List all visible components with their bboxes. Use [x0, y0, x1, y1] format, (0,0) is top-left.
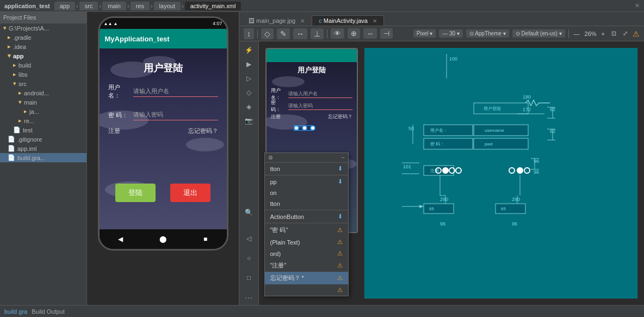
menu-close-icon[interactable]: −	[342, 155, 345, 161]
zoom-fit-btn[interactable]: ⊡	[610, 30, 618, 37]
search-tool[interactable]: 🔍	[242, 206, 257, 219]
svg-text:65: 65	[429, 206, 434, 211]
tab-mainactivity-java[interactable]: c MainActivity.java ✕	[312, 15, 384, 26]
svg-text:密  码：: 密 码：	[430, 142, 444, 147]
phone-frame: ▲▲ ▲ 4:07 MyApplication_test 用户登陆 用户	[98, 16, 228, 251]
svg-rect-6	[474, 103, 528, 114]
d-forgot-link[interactable]: 忘记密码？	[328, 113, 352, 120]
menu-item-app[interactable]: pp ⬇	[265, 176, 348, 187]
file-icon: 📄	[8, 145, 15, 152]
menu-item-actionbtn[interactable]: ActionButton ⬇	[265, 211, 348, 222]
back-tool[interactable]: ◁	[242, 232, 257, 245]
menu-item-last[interactable]: ⚠	[265, 284, 348, 296]
toolbar-select-tool[interactable]: ↕	[244, 28, 254, 39]
menu-item-btn1[interactable]: tton ⬇	[265, 163, 348, 174]
home-button[interactable]: ⬤	[158, 234, 168, 244]
tag-tool[interactable]: ◈	[242, 100, 257, 113]
sidebar-item-main[interactable]: ▾ main	[0, 97, 86, 107]
phone-login-button[interactable]: 登陆	[115, 184, 156, 202]
tab-main-page-jpg[interactable]: 🖼 main_page.jpg ✕	[242, 15, 312, 26]
tab-app[interactable]: app	[54, 2, 75, 10]
phone-signal-icons: ▲▲ ▲	[104, 21, 118, 26]
sidebar-item-app[interactable]: ▾ app	[0, 51, 86, 60]
api-level-selector[interactable]: — 30 ▾	[439, 29, 463, 38]
sidebar-item-java[interactable]: ▸ ja...	[0, 107, 86, 116]
menu-item-plaintext[interactable]: (Plain Text) ⚠	[265, 236, 348, 248]
phone-exit-button[interactable]: 退出	[170, 184, 210, 202]
sidebar-item-idea[interactable]: ▸ .idea	[0, 42, 86, 51]
d-password-val: 请输入密码	[288, 102, 352, 110]
tab-layout[interactable]: layout	[154, 2, 181, 10]
d-register-link[interactable]: 注册	[271, 113, 281, 120]
sidebar-item-libs[interactable]: ▸ libs	[0, 70, 86, 79]
menu-item-ord[interactable]: ord) ⚠	[265, 248, 348, 259]
sidebar-item-gradle[interactable]: ▸ .gradle	[0, 33, 86, 42]
warning-icon: ⚠	[633, 29, 640, 38]
sidebar-item-appiml[interactable]: 📄 app.iml	[0, 144, 86, 153]
sidebar-item-test[interactable]: 📄 test	[0, 125, 86, 135]
more-tool[interactable]: ···	[242, 291, 257, 304]
tab-label: MainActivity.java	[324, 17, 368, 24]
diamond-tool[interactable]: ◇	[242, 86, 257, 99]
volume-low-tool[interactable]: ▷	[242, 72, 257, 85]
square-tool[interactable]: □	[242, 271, 257, 284]
toolbar-expand-tool[interactable]: ↔	[363, 28, 377, 39]
circle-tool[interactable]: ○	[242, 252, 257, 265]
tab-main[interactable]: main	[102, 2, 126, 10]
menu-divider-1	[265, 175, 348, 175]
sidebar-item-label: .idea	[13, 44, 26, 50]
close-btn[interactable]: ✕	[635, 2, 640, 9]
volume-high-tool[interactable]: ▶	[242, 58, 257, 71]
sidebar-item-label: G:\Projects\A...	[9, 25, 49, 32]
phone-register-link[interactable]: 注册	[108, 127, 120, 135]
recents-button[interactable]: ■	[201, 234, 210, 244]
phone-password-input[interactable]: 请输入密码	[133, 109, 218, 120]
sidebar-item-build-gradle[interactable]: 📄 build.gra...	[0, 153, 86, 162]
phone-app-bar: MyApplication_test	[100, 29, 227, 48]
toolbar-text-tool[interactable]: ✎	[277, 28, 290, 39]
tab-close-icon[interactable]: ✕	[373, 18, 377, 24]
toolbar-anchor-tool[interactable]: ⊥	[311, 28, 324, 39]
theme-selector[interactable]: ⊙ AppTheme ▾	[466, 29, 509, 38]
d-cloud-1	[272, 76, 305, 87]
tab-close-icon[interactable]: ✕	[300, 18, 305, 24]
toolbar-shape-tool[interactable]: ◇	[261, 28, 274, 39]
svg-text:注册: 注册	[430, 168, 439, 173]
toolbar-eye-tool[interactable]: 👁	[331, 28, 344, 39]
designer-main: ⚡ ▶ ▷ ◇ ◈ 📷 🔍 ◁ ○ □ ···	[239, 41, 644, 305]
zoom-expand-btn[interactable]: ⤢	[621, 30, 629, 37]
menu-item-on[interactable]: on	[265, 187, 348, 198]
toolbar-magnet-tool[interactable]: ⊕	[348, 28, 360, 39]
menu-gear-icon[interactable]: ⚙	[268, 155, 273, 161]
tab-src[interactable]: src	[79, 2, 98, 10]
tab-res[interactable]: res	[131, 2, 150, 10]
sidebar-item-root[interactable]: ▾ G:\Projects\A...	[0, 23, 86, 33]
zoom-in-btn[interactable]: +	[600, 31, 606, 37]
locale-selector[interactable]: ⊙ Default (en-us) ▾	[512, 29, 565, 38]
menu-item-btn2[interactable]: tton	[265, 198, 348, 209]
d-app-bar	[267, 49, 357, 62]
svg-text:用户登陆: 用户登陆	[484, 106, 501, 111]
device-selector[interactable]: Pixel ▾	[413, 29, 436, 38]
svg-text:用户名：: 用户名：	[430, 128, 448, 133]
back-button[interactable]: ◀	[116, 234, 126, 244]
menu-item-forgot[interactable]: 忘记密码？ * ⚠	[265, 272, 348, 284]
toolbar-align-tool[interactable]: ⊣	[380, 28, 393, 39]
tab-activity-main[interactable]: activity_main.xml	[185, 2, 242, 10]
menu-item-password[interactable]: "密 码" ⚠	[265, 224, 348, 236]
menu-item-register[interactable]: "注册" ⚠	[265, 259, 348, 272]
sidebar-item-re[interactable]: ▸ re...	[0, 116, 86, 125]
sidebar-item-android[interactable]: ▸ android...	[0, 88, 86, 97]
sidebar-item-gitignore[interactable]: 📄 .gitignore	[0, 135, 86, 144]
svg-text:username: username	[485, 128, 504, 133]
palette-tool[interactable]: ⚡	[242, 44, 257, 57]
toolbar-arrow-tool[interactable]: ↔	[293, 28, 307, 39]
sidebar-item-build[interactable]: ▸ build	[0, 60, 86, 70]
phone-username-input[interactable]: 请输入用户名	[133, 86, 218, 97]
build-gradle-link[interactable]: build gra	[4, 308, 27, 315]
phone-forgot-link[interactable]: 忘记密码？	[188, 127, 218, 135]
camera-tool[interactable]: 📷	[242, 114, 257, 127]
left-tool-strip: ⚡ ▶ ▷ ◇ ◈ 📷 🔍 ◁ ○ □ ···	[239, 41, 259, 305]
zoom-out-btn[interactable]: —	[572, 31, 581, 37]
sidebar-item-src[interactable]: ▾ src	[0, 79, 86, 88]
